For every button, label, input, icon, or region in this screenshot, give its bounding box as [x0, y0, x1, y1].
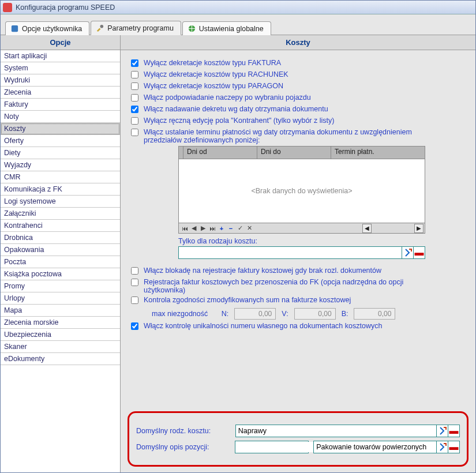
tab-program-params[interactable]: Parametry programu [91, 21, 181, 35]
sidebar-item[interactable]: Opakowania [1, 244, 120, 256]
window-title: Konfiguracja programu SPEED [16, 3, 115, 12]
sidebar-item[interactable]: Ubezpieczenia [1, 329, 120, 341]
checkbox[interactable] [131, 117, 138, 125]
tab-label: Opcje użytkownika [22, 25, 82, 33]
sidebar-item[interactable]: Zlecenia [1, 87, 120, 99]
sidebar-item[interactable]: eDokumenty [1, 353, 120, 365]
check-suggest-trailer[interactable]: Włącz podpowiadanie naczepy po wybraniu … [129, 93, 467, 103]
sidebar-item[interactable]: Noty [1, 111, 120, 123]
sidebar-item[interactable]: Koszty [1, 123, 120, 135]
check-label: Wyłącz ręczną edycję pola "Kontrahent" (… [144, 117, 334, 125]
default-kind-row: Domyślny rodz. kosztu: ▬ [136, 425, 460, 437]
lookup-pick-icon[interactable] [402, 247, 413, 258]
grid-navigator: ⏮ ◀ ▶ ⏭ + − ✓ ✕ ◀ ▶ [179, 223, 425, 233]
check-disable-rachunek[interactable]: Wyłącz dekretacje kosztów typu RACHUNEK [129, 70, 467, 80]
checkbox[interactable] [131, 296, 138, 304]
svg-rect-0 [12, 25, 18, 32]
sidebar-item[interactable]: Drobnica [1, 232, 120, 244]
grid-hscroll: ◀ ▶ [362, 224, 423, 233]
lookup-clear-icon[interactable]: ▬ [448, 425, 459, 437]
sidebar-item[interactable]: Wyjazdy [1, 159, 120, 171]
sidebar-item[interactable]: Załączniki [1, 208, 120, 220]
check-label: Wyłącz dekretacje kosztów typu PARAGON [144, 82, 283, 90]
sidebar-item[interactable]: Kontrahenci [1, 220, 120, 232]
b-value: 0,00 [354, 308, 395, 320]
check-label: Kontrola zgodności zmodyfikowanych sum n… [144, 296, 351, 304]
checkbox[interactable] [131, 129, 138, 136]
grid-col-dni-do[interactable]: Dni do [257, 147, 331, 159]
nav-last-icon[interactable]: ⏭ [208, 224, 217, 233]
checkbox[interactable] [131, 322, 138, 330]
scroll-left-icon[interactable]: ◀ [362, 224, 372, 233]
sidebar-item[interactable]: Mapa [1, 305, 120, 317]
ranges-grid: Dni od Dni do Termin płatn. <Brak danych… [178, 146, 425, 234]
check-disable-paragon[interactable]: Wyłącz dekretacje kosztów typu PARAGON [129, 82, 467, 92]
default-desc-input-lookup [235, 441, 309, 453]
sidebar-item[interactable]: Poczta [1, 256, 120, 268]
cost-kind-input[interactable] [179, 247, 402, 258]
sidebar-item[interactable]: Oferty [1, 135, 120, 147]
sidebar-item[interactable]: Start aplikacji [1, 50, 120, 62]
nav-remove-icon[interactable]: − [226, 224, 235, 233]
sidebar-item[interactable]: System [1, 62, 120, 74]
lookup-clear-icon[interactable]: ▬ [448, 441, 459, 453]
lookup-pick-icon[interactable] [436, 425, 448, 437]
check-decree-by-receive-date[interactable]: Włącz nadawanie dekretu wg daty otrzyman… [129, 105, 467, 115]
check-label: Wyłącz dekretacje kosztów typu RACHUNEK [144, 70, 288, 78]
checkbox[interactable] [131, 94, 138, 102]
navigator-buttons: ⏮ ◀ ▶ ⏭ + − ✓ ✕ [180, 224, 254, 233]
options-list[interactable]: Start aplikacjiSystemWydrukiZleceniaFakt… [1, 50, 120, 473]
check-unique-own-number[interactable]: Włącz kontrolę unikalności numeru własne… [129, 322, 467, 332]
nav-add-icon[interactable]: + [217, 224, 226, 233]
sidebar-item[interactable]: Książka pocztowa [1, 268, 120, 280]
grid-col-termin[interactable]: Termin płatn. [331, 147, 425, 159]
checkbox[interactable] [131, 267, 138, 275]
scroll-right-icon[interactable]: ▶ [414, 224, 423, 233]
cost-kind-lookup: ▬ [178, 246, 425, 259]
checkbox[interactable] [131, 106, 138, 113]
default-kind-lookup: ▬ [235, 425, 460, 437]
sidebar-item[interactable]: Wydruki [1, 74, 120, 87]
grid-col-dni-od[interactable]: Dni od [183, 147, 257, 159]
grid-header: Dni od Dni do Termin płatn. [179, 147, 425, 159]
lookup-clear-icon[interactable]: ▬ [413, 247, 425, 258]
checkbox[interactable] [131, 279, 138, 286]
check-disable-faktura[interactable]: Wyłącz dekretacje kosztów typu FAKTURA [129, 59, 467, 69]
sidebar-item[interactable]: Skaner [1, 341, 120, 353]
tab-user-options[interactable]: Opcje użytkownika [5, 21, 89, 35]
sidebar-item[interactable]: Diety [1, 147, 120, 159]
sidebar-item[interactable]: CMR [1, 171, 120, 183]
sidebar-item[interactable]: Komunikacja z FK [1, 183, 120, 196]
default-kind-input[interactable] [236, 426, 436, 436]
grid-corner [179, 147, 183, 159]
n-label: N: [222, 310, 229, 318]
sidebar-item[interactable]: Zlecenia morskie [1, 317, 120, 329]
sidebar-item[interactable]: Promy [1, 280, 120, 292]
nav-first-icon[interactable]: ⏮ [180, 224, 189, 233]
check-sum-consistency[interactable]: Kontrola zgodności zmodyfikowanych sum n… [129, 296, 467, 306]
nav-check-icon[interactable]: ✓ [235, 224, 245, 233]
checkbox[interactable] [131, 71, 138, 78]
default-desc-select-input[interactable] [314, 442, 436, 452]
nav-next-icon[interactable]: ▶ [198, 224, 208, 233]
defaults-highlight-frame: Domyślny rodz. kosztu: ▬ Domyślny opis p… [128, 411, 468, 467]
tab-global-settings[interactable]: Ustawienia globalne [182, 21, 271, 35]
checkbox[interactable] [131, 59, 138, 67]
check-payment-term-by-ranges[interactable]: Włącz ustalanie terminu płatności wg dat… [129, 128, 467, 144]
sidebar-item[interactable]: Logi systemowe [1, 196, 120, 208]
lookup-pick-icon[interactable] [436, 441, 448, 453]
gear-icon [10, 24, 19, 33]
check-disable-kontrahent-edit[interactable]: Wyłącz ręczną edycję pola "Kontrahent" (… [129, 117, 467, 126]
checkbox[interactable] [131, 82, 138, 90]
check-register-without-fk[interactable]: Rejestracja faktur kosztowych bez przeno… [129, 278, 467, 294]
nav-prev-icon[interactable]: ◀ [189, 224, 198, 233]
nav-cancel-icon[interactable]: ✕ [245, 224, 254, 233]
left-header: Opcje [1, 35, 120, 50]
right-column: Koszty Wyłącz dekretacje kosztów typu FA… [121, 35, 475, 473]
tab-label: Parametry programu [107, 24, 174, 32]
sidebar-item[interactable]: Urlopy [1, 292, 120, 305]
check-label: Włącz podpowiadanie naczepy po wybraniu … [144, 93, 311, 102]
check-label: Włącz ustalanie terminu płatności wg dat… [144, 128, 444, 144]
sidebar-item[interactable]: Faktury [1, 99, 120, 111]
check-block-cost-invoice[interactable]: Włącz blokadę na rejestracje faktury kos… [129, 266, 467, 276]
